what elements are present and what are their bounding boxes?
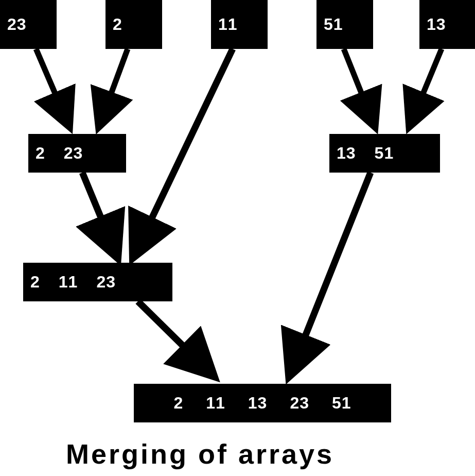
cell: 13 [427,15,446,34]
cell: 11 [59,273,78,292]
cell: 2 [30,273,40,292]
arrow-c-to-d [138,301,206,368]
cell: 51 [375,144,394,163]
cell: 23 [64,144,83,163]
arrow-1-to-a [102,49,128,118]
box-level0-1: 2 [105,0,162,49]
box-level0-4: 13 [419,0,475,49]
arrow-b-to-d [293,173,371,366]
cell: 23 [290,394,309,413]
cell: 23 [7,15,27,34]
cell: 51 [332,394,351,413]
cell: 23 [96,273,116,292]
cell: 13 [337,144,356,163]
cell: 2 [173,394,183,413]
arrow-4-to-b [413,49,442,118]
box-level0-3: 51 [316,0,373,49]
cell: 11 [206,394,225,413]
box-level0-2: 11 [211,0,268,49]
cell: 51 [324,15,343,34]
cell: 13 [248,394,268,413]
arrow-2-to-c [138,49,233,247]
arrow-3-to-b [344,49,372,118]
box-level3-d: 2 11 13 23 51 [134,384,391,422]
cell: 11 [218,15,238,34]
box-level0-0: 23 [0,0,57,49]
arrow-a-to-c [82,173,113,247]
box-level2-c: 2 11 23 [23,263,172,301]
cell: 2 [36,144,45,163]
box-level1-a: 2 23 [28,134,126,173]
diagram-caption: Merging of arrays [66,438,334,470]
cell: 2 [113,15,122,34]
box-level1-b: 13 51 [329,134,440,173]
arrow-0-to-a [36,49,66,118]
